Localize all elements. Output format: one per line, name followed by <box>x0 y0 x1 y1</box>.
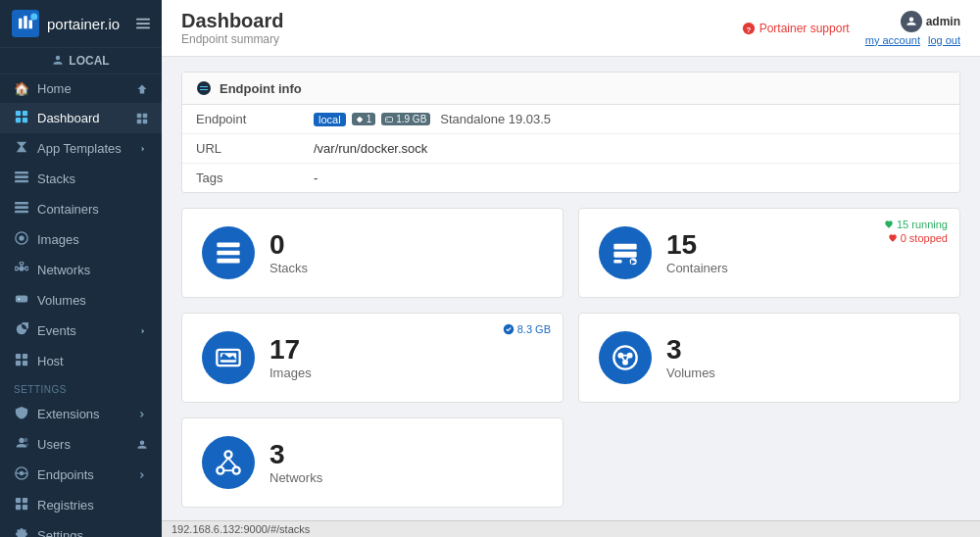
sidebar-item-extensions[interactable]: Extensions <box>0 399 162 429</box>
sidebar-item-label: Containers <box>37 202 99 217</box>
svg-rect-12 <box>143 119 148 123</box>
sidebar-item-label: Stacks <box>37 171 75 186</box>
sidebar-item-users[interactable]: Users <box>0 429 162 460</box>
containers-count: 15 <box>666 230 728 261</box>
endpoint-panel-icon <box>196 80 212 96</box>
support-link[interactable]: ? Portainer support <box>742 22 850 35</box>
networks-card[interactable]: 3 Networks <box>181 417 564 508</box>
svg-line-73 <box>622 357 623 361</box>
endpoints-subnav-icon <box>138 470 148 480</box>
stacks-card[interactable]: 0 Stacks <box>181 208 564 298</box>
content-area: Endpoint info Endpoint local 1 1.9 GB <box>162 57 980 520</box>
user-avatar-icon <box>906 16 917 27</box>
page-title: Dashboard <box>181 10 283 32</box>
volumes-card[interactable]: 3 Volumes <box>578 313 960 403</box>
sidebar-item-app-templates[interactable]: App Templates <box>0 133 162 164</box>
svg-rect-16 <box>15 202 28 205</box>
page-subtitle: Endpoint summary <box>181 32 283 46</box>
svg-rect-9 <box>137 113 142 118</box>
svg-rect-6 <box>23 111 27 116</box>
events-subnav-icon <box>138 326 148 336</box>
sidebar-item-stacks[interactable]: Stacks <box>0 164 162 194</box>
sidebar-item-host[interactable]: Host <box>0 346 162 376</box>
user-menu[interactable]: admin <box>901 11 960 32</box>
url-row: URL /var/run/docker.sock <box>182 134 959 164</box>
networks-count: 3 <box>270 440 322 470</box>
sidebar-item-label: Host <box>37 354 64 368</box>
username: admin <box>926 15 960 28</box>
sidebar-item-networks[interactable]: Networks <box>0 255 162 285</box>
containers-icon <box>14 201 29 218</box>
stacks-card-icon <box>215 239 242 267</box>
status-bar: 192.168.6.132:9000/#/stacks <box>162 520 980 537</box>
sidebar-toggle-icon[interactable] <box>136 17 150 30</box>
svg-rect-10 <box>143 113 148 118</box>
sidebar-item-events[interactable]: Events <box>0 316 162 346</box>
networks-icon <box>14 262 29 278</box>
sidebar-item-volumes[interactable]: Volumes <box>0 285 162 316</box>
svg-rect-8 <box>23 118 27 122</box>
svg-rect-51 <box>359 117 360 118</box>
sidebar-item-home[interactable]: 🏠 Home <box>0 74 162 103</box>
volumes-label: Volumes <box>666 366 715 380</box>
svg-rect-56 <box>387 119 389 120</box>
portainer-logo-icon <box>12 10 39 37</box>
sidebar-item-settings[interactable]: Settings <box>0 520 162 537</box>
endpoint-type: Standalone 19.03.5 <box>440 112 551 126</box>
svg-point-77 <box>217 467 223 474</box>
sidebar-item-label: Home <box>37 81 72 96</box>
my-account-link[interactable]: my account <box>865 34 920 46</box>
cpu-icon <box>356 116 364 123</box>
stacks-card-icon-circle <box>202 226 255 279</box>
svg-rect-18 <box>15 211 28 214</box>
endpoint-panel-body: Endpoint local 1 1.9 GB Standalone 19.03… <box>182 105 959 192</box>
settings-icon <box>14 527 29 537</box>
url-field-label: URL <box>196 141 314 156</box>
sidebar-item-label: Events <box>37 323 76 338</box>
endpoint-panel-header: Endpoint info <box>182 73 959 105</box>
images-card-info: 17 Images <box>270 335 312 380</box>
svg-point-76 <box>225 451 232 458</box>
volumes-icon <box>14 292 29 309</box>
svg-rect-60 <box>613 244 636 250</box>
svg-point-69 <box>613 346 636 368</box>
svg-rect-59 <box>217 259 239 264</box>
sidebar: portainer.io LOCAL 🏠 Home Dashboard App … <box>0 0 162 537</box>
sidebar-item-endpoints[interactable]: Endpoints <box>0 460 162 490</box>
events-icon <box>14 322 29 339</box>
sidebar-item-label: Images <box>37 232 79 247</box>
svg-rect-46 <box>358 118 362 122</box>
sidebar-item-dashboard[interactable]: Dashboard <box>0 103 162 133</box>
images-card[interactable]: 17 Images 8.3 GB <box>181 313 564 403</box>
sidebar-item-label: Dashboard <box>37 111 100 125</box>
host-icon <box>14 353 29 369</box>
header-left: Dashboard Endpoint summary <box>181 10 283 46</box>
svg-rect-47 <box>357 119 358 120</box>
svg-rect-13 <box>15 171 28 174</box>
svg-point-23 <box>25 267 29 270</box>
svg-text:▶: ▶ <box>631 259 636 265</box>
sidebar-item-registries[interactable]: Registries <box>0 490 162 520</box>
svg-rect-14 <box>15 175 28 178</box>
users-icon <box>14 436 29 453</box>
sidebar-item-label: Users <box>37 437 71 452</box>
tags-field-value: - <box>314 171 318 185</box>
containers-card-icon-circle: ▶ <box>599 226 652 279</box>
containers-card[interactable]: ▶ 15 Containers 15 running 0 stopped <box>578 208 960 298</box>
extensions-subnav-icon <box>138 410 148 419</box>
containers-card-info: 15 Containers <box>666 230 728 275</box>
sidebar-item-containers[interactable]: Containers <box>0 194 162 224</box>
sidebar-endpoint: LOCAL <box>0 48 162 74</box>
svg-rect-28 <box>16 296 27 303</box>
svg-rect-52 <box>360 117 361 118</box>
heart-stopped-icon <box>888 233 898 243</box>
svg-rect-61 <box>613 252 636 258</box>
containers-badge: 15 running 0 stopped <box>884 219 948 244</box>
sidebar-logo-text: portainer.io <box>47 16 120 32</box>
sidebar-logo: portainer.io <box>0 0 162 48</box>
log-out-link[interactable]: log out <box>928 34 960 46</box>
volumes-card-icon <box>612 344 639 371</box>
sidebar-item-images[interactable]: Images <box>0 224 162 255</box>
registries-icon <box>14 497 29 513</box>
svg-rect-58 <box>217 251 239 256</box>
